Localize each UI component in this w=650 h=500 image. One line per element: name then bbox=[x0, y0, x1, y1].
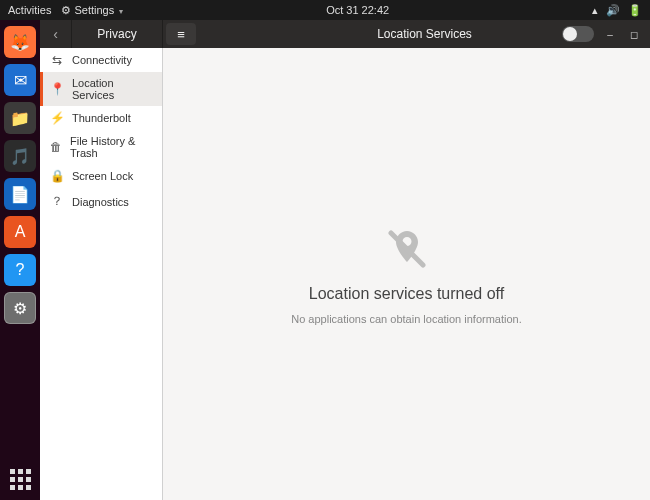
sidebar-item-screen-lock[interactable]: 🔒 Screen Lock bbox=[40, 164, 162, 188]
dock-item-help[interactable]: ? bbox=[4, 254, 36, 286]
thunderbolt-icon: ⚡ bbox=[50, 111, 64, 125]
location-icon: 📍 bbox=[50, 82, 64, 96]
back-button[interactable]: ‹ bbox=[40, 20, 72, 48]
toggle-knob bbox=[563, 27, 577, 41]
desktop: 🦊 ✉ 📁 🎵 📄 A ? ⚙ ‹ Privacy ≡ Location Ser… bbox=[0, 20, 650, 500]
dock-item-libreoffice-writer[interactable]: 📄 bbox=[4, 178, 36, 210]
dock: 🦊 ✉ 📁 🎵 📄 A ? ⚙ bbox=[0, 20, 40, 500]
sidebar-item-thunderbolt[interactable]: ⚡ Thunderbolt bbox=[40, 106, 162, 130]
trash-icon: 🗑 bbox=[50, 140, 62, 154]
app-menu[interactable]: ⚙ Settings ▾ bbox=[61, 4, 123, 17]
window-content: ⇆ Connectivity 📍 Location Services ⚡ Thu… bbox=[40, 48, 650, 500]
chevron-left-icon: ‹ bbox=[53, 26, 58, 42]
gear-icon: ⚙ bbox=[61, 4, 71, 16]
right-title: Location Services bbox=[377, 27, 472, 41]
sidebar-item-label: Thunderbolt bbox=[72, 112, 131, 124]
power-icon: 🔋 bbox=[628, 4, 642, 17]
sidebar-item-location-services[interactable]: 📍 Location Services bbox=[40, 72, 162, 106]
dock-item-rhythmbox[interactable]: 🎵 bbox=[4, 140, 36, 172]
left-title: Privacy bbox=[72, 27, 162, 41]
dock-item-firefox[interactable]: 🦊 bbox=[4, 26, 36, 58]
sidebar-item-file-history-trash[interactable]: 🗑 File History & Trash bbox=[40, 130, 162, 164]
dock-item-thunderbird[interactable]: ✉ bbox=[4, 64, 36, 96]
sidebar-item-connectivity[interactable]: ⇆ Connectivity bbox=[40, 48, 162, 72]
privacy-sidebar: ⇆ Connectivity 📍 Location Services ⚡ Thu… bbox=[40, 48, 163, 500]
sidebar-item-diagnostics[interactable]: ？ Diagnostics bbox=[40, 188, 162, 215]
sidebar-item-label: Screen Lock bbox=[72, 170, 133, 182]
lock-icon: 🔒 bbox=[50, 169, 64, 183]
network-icon: ▴ bbox=[592, 4, 598, 17]
menu-icon: ≡ bbox=[177, 27, 185, 42]
diagnostics-icon: ？ bbox=[50, 193, 64, 210]
settings-window: ‹ Privacy ≡ Location Services – ◻ bbox=[40, 20, 650, 500]
volume-icon: 🔊 bbox=[606, 4, 620, 17]
dock-item-settings[interactable]: ⚙ bbox=[4, 292, 36, 324]
sidebar-item-label: Diagnostics bbox=[72, 196, 129, 208]
dock-item-ubuntu-software[interactable]: A bbox=[4, 216, 36, 248]
connectivity-icon: ⇆ bbox=[50, 53, 64, 67]
activities-button[interactable]: Activities bbox=[8, 4, 51, 16]
maximize-button[interactable]: ◻ bbox=[626, 26, 642, 42]
system-status-area[interactable]: ▴ 🔊 🔋 bbox=[592, 4, 642, 17]
gnome-top-panel: Activities ⚙ Settings ▾ Oct 31 22:42 ▴ 🔊… bbox=[0, 0, 650, 20]
sidebar-item-label: File History & Trash bbox=[70, 135, 152, 159]
minimize-button[interactable]: – bbox=[602, 26, 618, 42]
titlebar: ‹ Privacy ≡ Location Services – ◻ bbox=[40, 20, 650, 48]
app-menu-label: Settings bbox=[74, 4, 114, 16]
show-applications-button[interactable] bbox=[10, 469, 31, 490]
hamburger-menu-button[interactable]: ≡ bbox=[166, 23, 196, 45]
status-title: Location services turned off bbox=[309, 285, 504, 303]
status-subtitle: No applications can obtain location info… bbox=[291, 313, 522, 325]
sidebar-item-label: Location Services bbox=[72, 77, 152, 101]
location-services-toggle[interactable] bbox=[562, 26, 594, 42]
dock-item-files[interactable]: 📁 bbox=[4, 102, 36, 134]
chevron-down-icon: ▾ bbox=[119, 7, 123, 16]
clock[interactable]: Oct 31 22:42 bbox=[123, 4, 592, 16]
location-off-icon bbox=[381, 223, 433, 275]
location-services-panel: Location services turned off No applicat… bbox=[163, 48, 650, 500]
sidebar-item-label: Connectivity bbox=[72, 54, 132, 66]
